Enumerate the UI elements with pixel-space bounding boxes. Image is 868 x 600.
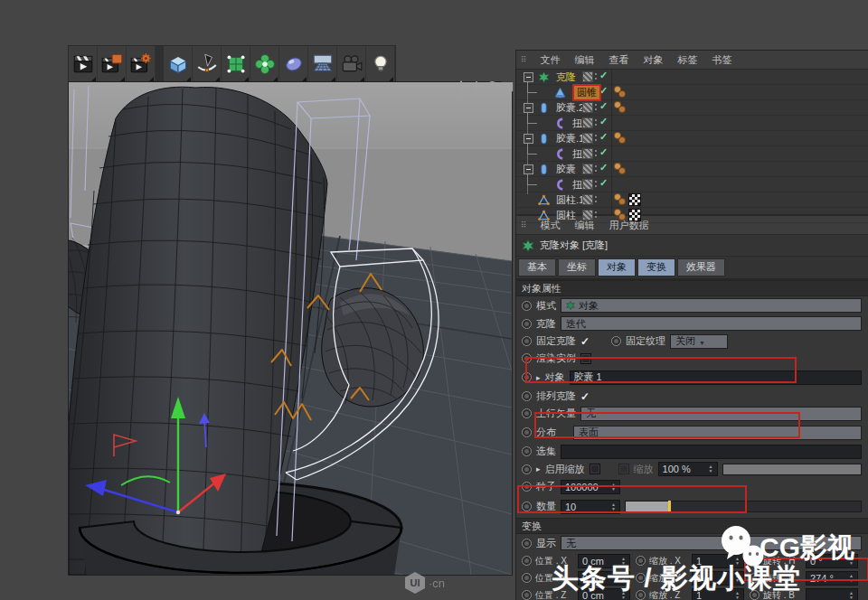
toggle-view-icon[interactable] [500, 80, 514, 93]
spinner-icon[interactable] [846, 574, 854, 583]
keyframe-dot[interactable] [522, 319, 532, 329]
keyframe-dot[interactable] [522, 408, 532, 418]
selection-field[interactable] [561, 445, 862, 459]
object-row-capsule2[interactable]: 胶囊.2 [516, 100, 868, 116]
keyframe-dot[interactable] [522, 301, 532, 311]
visibility-dots[interactable] [595, 104, 597, 106]
light-icon[interactable] [366, 46, 395, 82]
scale-slider[interactable] [722, 464, 862, 475]
visibility-dots-orange[interactable] [615, 133, 620, 138]
texture-tag-icon[interactable] [628, 193, 641, 206]
layer-visibility-toggle[interactable] [582, 148, 593, 159]
visibility-dots[interactable] [595, 150, 597, 152]
rotate-icon[interactable] [485, 80, 498, 93]
fix-texture-dropdown[interactable]: 关闭 [670, 334, 728, 349]
spinner-icon[interactable] [706, 464, 713, 473]
keyframe-dot[interactable] [522, 446, 532, 456]
visibility-dots[interactable] [595, 196, 597, 198]
keyframe-dot[interactable] [522, 372, 532, 382]
expand-toggle[interactable] [524, 103, 533, 113]
spinner-icon[interactable] [609, 502, 616, 511]
checked-icon[interactable] [580, 335, 590, 348]
visibility-dots-orange[interactable] [615, 102, 620, 108]
om-menu-object[interactable]: 对象 [644, 53, 664, 67]
visibility-dots[interactable] [595, 119, 597, 121]
object-row-cylinder[interactable]: 圆柱 [516, 208, 868, 223]
keyframe-dot[interactable] [522, 427, 532, 437]
visibility-dots[interactable] [595, 135, 597, 136]
layer-visibility-toggle[interactable] [582, 133, 593, 144]
render-settings-icon[interactable] [127, 46, 156, 82]
scale-sub-checkbox[interactable] [618, 464, 629, 474]
tab-effectors[interactable]: 效果器 [677, 258, 725, 277]
visibility-dots-orange[interactable] [615, 164, 620, 169]
om-menu-bookmarks[interactable]: 书签 [712, 53, 732, 67]
visibility-dots[interactable] [595, 165, 597, 167]
up-vector-dropdown[interactable]: 无 [580, 407, 862, 421]
spinner-icon[interactable] [846, 591, 854, 600]
tab-coordinates[interactable]: 坐标 [558, 258, 596, 277]
expand-toggle[interactable] [524, 72, 533, 82]
object-row-cloner[interactable]: 克隆 [516, 70, 868, 85]
render-instance-checkbox[interactable] [580, 353, 591, 364]
keyframe-dot[interactable] [522, 590, 532, 600]
render-view-icon[interactable] [69, 46, 98, 82]
layer-visibility-toggle[interactable] [582, 179, 593, 190]
enabled-check-icon[interactable] [599, 100, 608, 112]
object-link-field[interactable]: 胶囊 1 [570, 370, 862, 385]
panel-grip-icon[interactable]: ⠿ [521, 55, 526, 64]
mode-dropdown[interactable]: 对象 [561, 298, 862, 313]
visibility-dots-orange[interactable] [615, 194, 620, 200]
seed-field[interactable]: 100000 [561, 480, 620, 494]
object-row-bend[interactable]: 扭曲 [516, 116, 868, 131]
count-slider[interactable] [625, 501, 862, 512]
expand-toggle[interactable] [524, 134, 533, 144]
dolly-icon[interactable] [469, 80, 483, 93]
enabled-check-icon[interactable] [599, 116, 608, 127]
object-row-capsule1[interactable]: 胶囊.1 [516, 131, 868, 146]
layer-visibility-toggle[interactable] [582, 102, 593, 113]
camera-icon[interactable] [337, 46, 366, 82]
enabled-check-icon[interactable] [599, 131, 608, 143]
tab-object[interactable]: 对象 [598, 258, 636, 277]
visibility-dots[interactable] [595, 211, 597, 213]
object-row-cone[interactable]: 圆锥 [516, 85, 868, 100]
clone-dropdown[interactable]: 迭代 [561, 316, 862, 331]
object-row-bend[interactable]: 扭曲 [516, 177, 868, 192]
texture-tag-icon[interactable] [628, 209, 641, 221]
keyframe-dot[interactable] [522, 573, 532, 583]
om-menu-view[interactable]: 查看 [609, 53, 629, 67]
enable-scale-checkbox[interactable] [590, 464, 600, 474]
keyframe-dot[interactable] [522, 539, 532, 548]
rotation-b-field[interactable] [806, 588, 858, 600]
scale-field[interactable]: 100 % [658, 462, 718, 476]
om-menu-edit[interactable]: 编辑 [575, 53, 595, 67]
layer-visibility-toggle[interactable] [582, 194, 593, 205]
metaball-icon[interactable] [279, 46, 308, 82]
enabled-check-icon[interactable] [599, 85, 608, 97]
keyframe-dot[interactable] [522, 482, 532, 492]
keyframe-dot[interactable] [522, 464, 532, 474]
keyframe-dot[interactable] [522, 336, 532, 346]
object-row-bend[interactable]: 扭曲 [516, 146, 868, 162]
object-row-capsule[interactable]: 胶囊 [516, 162, 868, 177]
visibility-dots-orange[interactable] [615, 87, 620, 92]
add-cube-icon[interactable] [164, 46, 193, 82]
enabled-check-icon[interactable] [599, 177, 608, 189]
expand-toggle[interactable] [524, 164, 533, 174]
spline-pen-icon[interactable] [193, 46, 222, 82]
keyframe-dot[interactable] [522, 391, 532, 401]
gizmo-origin[interactable] [176, 511, 180, 514]
viewport-3d-scene[interactable] [68, 81, 513, 576]
layer-visibility-toggle[interactable] [582, 210, 593, 220]
enabled-check-icon[interactable] [599, 146, 608, 158]
visibility-dots-orange[interactable] [615, 210, 620, 215]
floor-icon[interactable] [308, 46, 337, 82]
layer-visibility-toggle[interactable] [582, 87, 593, 98]
keyframe-dot[interactable] [522, 556, 532, 566]
pan-icon[interactable] [454, 80, 467, 93]
checked-icon[interactable] [580, 390, 590, 403]
distribution-dropdown[interactable]: 表面 [573, 426, 862, 440]
tab-transform[interactable]: 变换 [637, 258, 675, 277]
layer-visibility-toggle[interactable] [582, 71, 593, 82]
